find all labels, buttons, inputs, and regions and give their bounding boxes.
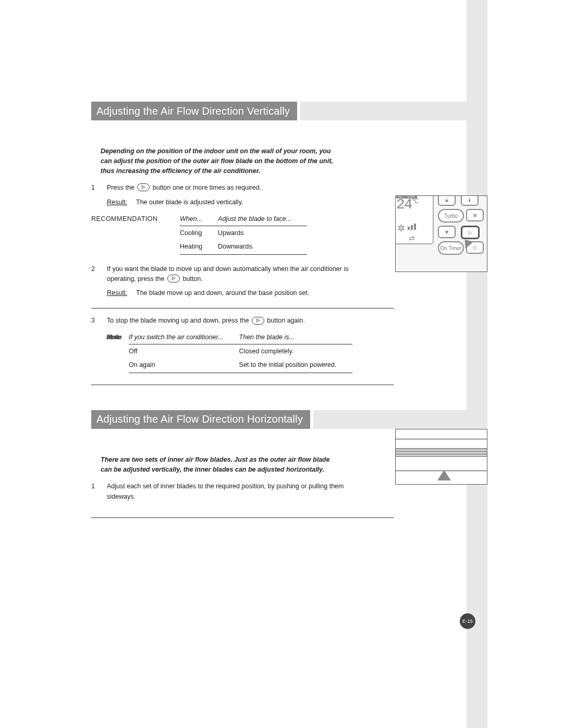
step2-text-b: button. xyxy=(182,275,202,282)
rec-th-when: When... xyxy=(180,215,218,226)
result-label: Result: xyxy=(107,289,136,297)
step-number: 1 xyxy=(91,183,107,193)
intro-horizontal: There are two sets of inner air flow bla… xyxy=(101,455,340,475)
note-block: Note If you switch the air conditioner..… xyxy=(107,334,487,373)
divider xyxy=(91,308,394,309)
figure-remote: SET TEMP 24℃ ✲ ⇄ ▲ 🌡 Turbo ❄ ▼ ▷ On Time… xyxy=(395,195,487,272)
note-th-switch: If you switch the air conditioner... xyxy=(129,334,239,344)
swing-button-icon: ▷ xyxy=(137,183,150,191)
step3-text-a: To stop the blade moving up and down, pr… xyxy=(107,317,251,324)
swing-button: ▷ xyxy=(461,226,480,239)
step1-result-text: The outer blade is adjusted vertically. xyxy=(136,199,243,206)
h-step-1: 1 Adjust each set of inner blades to the… xyxy=(91,482,487,502)
note-table: If you switch the air conditioner... The… xyxy=(129,334,352,373)
h-step1-text: Adjust each set of inner blades to the r… xyxy=(107,482,368,502)
heading-vertical-text: Adjusting the Air Flow Direction Vertica… xyxy=(91,102,297,120)
note-r2c1: On again xyxy=(129,358,239,373)
figure-indoor-unit xyxy=(395,429,487,485)
swing-button-icon: ▷ xyxy=(252,317,264,325)
heading-horizontal-text: Adjusting the Air Flow Direction Horizon… xyxy=(91,410,310,429)
lcd-temperature: 24℃ xyxy=(396,196,418,213)
fan-icon: ✲ xyxy=(397,223,405,234)
rec-r1c1: Cooling xyxy=(180,226,218,240)
rec-th-adjust: Adjust the blade to face... xyxy=(218,215,307,226)
step1-text-a: Press the xyxy=(107,184,136,191)
step-3: 3 To stop the blade moving up and down, … xyxy=(91,316,487,326)
result-label: Result: xyxy=(107,199,136,206)
step3-text-b: button again. xyxy=(267,317,304,324)
note-r1c1: Off xyxy=(129,344,239,358)
temp-up-button: ▲ xyxy=(438,195,456,206)
swing-indicator-icon: ⇄ xyxy=(409,234,415,242)
step-number: 1 xyxy=(91,482,107,502)
step-number: 2 xyxy=(91,264,107,285)
intro-vertical: Depending on the position of the indoor … xyxy=(101,146,340,176)
turbo-button: Turbo xyxy=(438,209,464,223)
temp-down-button: ▼ xyxy=(438,226,456,238)
recommendation-table: When... Adjust the blade to face... Cool… xyxy=(180,215,307,255)
note-th-blade: Then the blade is... xyxy=(239,334,352,344)
remote-lcd: SET TEMP 24℃ ✲ ⇄ xyxy=(395,195,434,244)
step-1: 1 Press the ▷ button one or more times a… xyxy=(91,183,487,193)
rec-r2c1: Heating xyxy=(180,240,218,255)
page-content: Adjusting the Air Flow Direction Vertica… xyxy=(91,102,487,518)
fan-speed-bars-icon xyxy=(408,224,416,230)
page-number-badge: E-15 xyxy=(460,613,475,629)
step2-result-text: The blade move up and down, around the b… xyxy=(136,289,309,297)
divider xyxy=(91,517,394,518)
recommendation-label: RECOMMENDATION xyxy=(91,215,180,255)
swing-button-icon: ▷ xyxy=(167,275,180,282)
step2-text-a: If you want the blade to move up and dow… xyxy=(107,265,348,282)
heading-horizontal: Adjusting the Air Flow Direction Horizon… xyxy=(91,410,487,429)
step-number: 3 xyxy=(91,316,107,326)
step2-result: Result: The blade move up and down, arou… xyxy=(107,289,487,297)
rec-r2c2: Downwards. xyxy=(218,240,307,255)
step1-text-b: button one or more times as required. xyxy=(153,184,261,191)
mode-button: ❄ xyxy=(466,209,484,221)
note-label: Note xyxy=(107,334,129,373)
thermometer-icon: 🌡 xyxy=(461,195,479,206)
divider xyxy=(91,385,394,385)
note-r2c2: Set to the initial position powered. xyxy=(239,358,352,373)
on-timer-button: On Timer xyxy=(438,241,464,255)
note-r1c2: Closed completely. xyxy=(239,344,352,358)
heading-vertical: Adjusting the Air Flow Direction Vertica… xyxy=(91,102,487,120)
callout-arrow-icon xyxy=(437,470,451,480)
rec-r1c2: Upwards xyxy=(218,226,307,240)
